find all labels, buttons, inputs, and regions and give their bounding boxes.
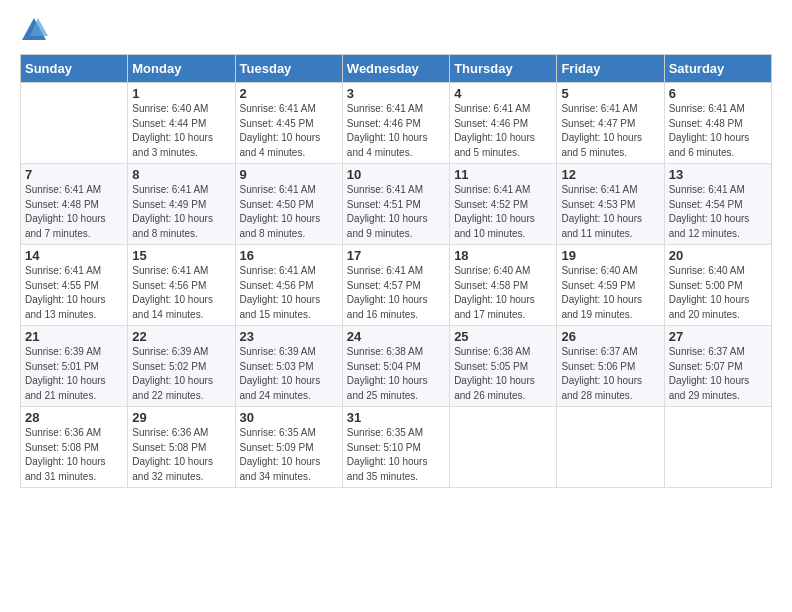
day-cell: 13Sunrise: 6:41 AM Sunset: 4:54 PM Dayli… (664, 164, 771, 245)
day-number: 4 (454, 86, 552, 101)
day-cell: 12Sunrise: 6:41 AM Sunset: 4:53 PM Dayli… (557, 164, 664, 245)
day-info: Sunrise: 6:41 AM Sunset: 4:52 PM Dayligh… (454, 183, 552, 241)
day-info: Sunrise: 6:41 AM Sunset: 4:55 PM Dayligh… (25, 264, 123, 322)
day-cell: 24Sunrise: 6:38 AM Sunset: 5:04 PM Dayli… (342, 326, 449, 407)
day-number: 31 (347, 410, 445, 425)
day-number: 30 (240, 410, 338, 425)
day-number: 18 (454, 248, 552, 263)
day-number: 24 (347, 329, 445, 344)
day-number: 29 (132, 410, 230, 425)
day-number: 20 (669, 248, 767, 263)
day-info: Sunrise: 6:35 AM Sunset: 5:09 PM Dayligh… (240, 426, 338, 484)
header-cell-monday: Monday (128, 55, 235, 83)
day-number: 11 (454, 167, 552, 182)
day-info: Sunrise: 6:41 AM Sunset: 4:48 PM Dayligh… (25, 183, 123, 241)
day-info: Sunrise: 6:41 AM Sunset: 4:51 PM Dayligh… (347, 183, 445, 241)
day-cell: 6Sunrise: 6:41 AM Sunset: 4:48 PM Daylig… (664, 83, 771, 164)
day-cell: 27Sunrise: 6:37 AM Sunset: 5:07 PM Dayli… (664, 326, 771, 407)
day-cell: 4Sunrise: 6:41 AM Sunset: 4:46 PM Daylig… (450, 83, 557, 164)
week-row-4: 21Sunrise: 6:39 AM Sunset: 5:01 PM Dayli… (21, 326, 772, 407)
day-cell: 31Sunrise: 6:35 AM Sunset: 5:10 PM Dayli… (342, 407, 449, 488)
day-number: 9 (240, 167, 338, 182)
day-number: 5 (561, 86, 659, 101)
day-info: Sunrise: 6:41 AM Sunset: 4:48 PM Dayligh… (669, 102, 767, 160)
day-info: Sunrise: 6:40 AM Sunset: 4:44 PM Dayligh… (132, 102, 230, 160)
day-cell: 22Sunrise: 6:39 AM Sunset: 5:02 PM Dayli… (128, 326, 235, 407)
day-info: Sunrise: 6:41 AM Sunset: 4:53 PM Dayligh… (561, 183, 659, 241)
day-cell: 11Sunrise: 6:41 AM Sunset: 4:52 PM Dayli… (450, 164, 557, 245)
day-info: Sunrise: 6:41 AM Sunset: 4:56 PM Dayligh… (132, 264, 230, 322)
header-cell-thursday: Thursday (450, 55, 557, 83)
day-cell: 23Sunrise: 6:39 AM Sunset: 5:03 PM Dayli… (235, 326, 342, 407)
header-cell-friday: Friday (557, 55, 664, 83)
logo (20, 16, 52, 44)
day-info: Sunrise: 6:41 AM Sunset: 4:46 PM Dayligh… (347, 102, 445, 160)
day-info: Sunrise: 6:38 AM Sunset: 5:05 PM Dayligh… (454, 345, 552, 403)
header-cell-wednesday: Wednesday (342, 55, 449, 83)
day-cell: 16Sunrise: 6:41 AM Sunset: 4:56 PM Dayli… (235, 245, 342, 326)
header-cell-saturday: Saturday (664, 55, 771, 83)
header-row: SundayMondayTuesdayWednesdayThursdayFrid… (21, 55, 772, 83)
day-cell: 14Sunrise: 6:41 AM Sunset: 4:55 PM Dayli… (21, 245, 128, 326)
day-number: 21 (25, 329, 123, 344)
day-info: Sunrise: 6:37 AM Sunset: 5:07 PM Dayligh… (669, 345, 767, 403)
day-number: 19 (561, 248, 659, 263)
day-info: Sunrise: 6:41 AM Sunset: 4:47 PM Dayligh… (561, 102, 659, 160)
day-cell (21, 83, 128, 164)
day-cell: 8Sunrise: 6:41 AM Sunset: 4:49 PM Daylig… (128, 164, 235, 245)
day-number: 14 (25, 248, 123, 263)
header (20, 16, 772, 44)
day-cell: 2Sunrise: 6:41 AM Sunset: 4:45 PM Daylig… (235, 83, 342, 164)
day-number: 22 (132, 329, 230, 344)
page: SundayMondayTuesdayWednesdayThursdayFrid… (0, 0, 792, 612)
day-info: Sunrise: 6:37 AM Sunset: 5:06 PM Dayligh… (561, 345, 659, 403)
week-row-3: 14Sunrise: 6:41 AM Sunset: 4:55 PM Dayli… (21, 245, 772, 326)
day-info: Sunrise: 6:39 AM Sunset: 5:02 PM Dayligh… (132, 345, 230, 403)
day-info: Sunrise: 6:41 AM Sunset: 4:57 PM Dayligh… (347, 264, 445, 322)
day-info: Sunrise: 6:38 AM Sunset: 5:04 PM Dayligh… (347, 345, 445, 403)
day-cell: 25Sunrise: 6:38 AM Sunset: 5:05 PM Dayli… (450, 326, 557, 407)
day-info: Sunrise: 6:36 AM Sunset: 5:08 PM Dayligh… (25, 426, 123, 484)
header-cell-sunday: Sunday (21, 55, 128, 83)
day-cell: 26Sunrise: 6:37 AM Sunset: 5:06 PM Dayli… (557, 326, 664, 407)
day-cell (557, 407, 664, 488)
day-number: 2 (240, 86, 338, 101)
day-number: 1 (132, 86, 230, 101)
day-cell: 20Sunrise: 6:40 AM Sunset: 5:00 PM Dayli… (664, 245, 771, 326)
day-cell: 17Sunrise: 6:41 AM Sunset: 4:57 PM Dayli… (342, 245, 449, 326)
calendar-table: SundayMondayTuesdayWednesdayThursdayFrid… (20, 54, 772, 488)
day-cell: 21Sunrise: 6:39 AM Sunset: 5:01 PM Dayli… (21, 326, 128, 407)
day-info: Sunrise: 6:35 AM Sunset: 5:10 PM Dayligh… (347, 426, 445, 484)
day-cell (450, 407, 557, 488)
day-number: 23 (240, 329, 338, 344)
day-info: Sunrise: 6:41 AM Sunset: 4:45 PM Dayligh… (240, 102, 338, 160)
day-info: Sunrise: 6:41 AM Sunset: 4:49 PM Dayligh… (132, 183, 230, 241)
day-number: 8 (132, 167, 230, 182)
day-cell: 10Sunrise: 6:41 AM Sunset: 4:51 PM Dayli… (342, 164, 449, 245)
day-cell: 7Sunrise: 6:41 AM Sunset: 4:48 PM Daylig… (21, 164, 128, 245)
day-cell: 29Sunrise: 6:36 AM Sunset: 5:08 PM Dayli… (128, 407, 235, 488)
day-cell: 19Sunrise: 6:40 AM Sunset: 4:59 PM Dayli… (557, 245, 664, 326)
day-number: 28 (25, 410, 123, 425)
day-number: 10 (347, 167, 445, 182)
day-info: Sunrise: 6:40 AM Sunset: 4:58 PM Dayligh… (454, 264, 552, 322)
day-info: Sunrise: 6:41 AM Sunset: 4:46 PM Dayligh… (454, 102, 552, 160)
day-cell: 1Sunrise: 6:40 AM Sunset: 4:44 PM Daylig… (128, 83, 235, 164)
day-info: Sunrise: 6:40 AM Sunset: 4:59 PM Dayligh… (561, 264, 659, 322)
day-info: Sunrise: 6:36 AM Sunset: 5:08 PM Dayligh… (132, 426, 230, 484)
week-row-5: 28Sunrise: 6:36 AM Sunset: 5:08 PM Dayli… (21, 407, 772, 488)
day-cell: 3Sunrise: 6:41 AM Sunset: 4:46 PM Daylig… (342, 83, 449, 164)
day-number: 13 (669, 167, 767, 182)
day-number: 17 (347, 248, 445, 263)
week-row-2: 7Sunrise: 6:41 AM Sunset: 4:48 PM Daylig… (21, 164, 772, 245)
day-info: Sunrise: 6:39 AM Sunset: 5:03 PM Dayligh… (240, 345, 338, 403)
day-info: Sunrise: 6:41 AM Sunset: 4:50 PM Dayligh… (240, 183, 338, 241)
day-cell: 28Sunrise: 6:36 AM Sunset: 5:08 PM Dayli… (21, 407, 128, 488)
day-number: 7 (25, 167, 123, 182)
day-number: 27 (669, 329, 767, 344)
day-cell (664, 407, 771, 488)
header-cell-tuesday: Tuesday (235, 55, 342, 83)
day-number: 15 (132, 248, 230, 263)
day-number: 3 (347, 86, 445, 101)
week-row-1: 1Sunrise: 6:40 AM Sunset: 4:44 PM Daylig… (21, 83, 772, 164)
